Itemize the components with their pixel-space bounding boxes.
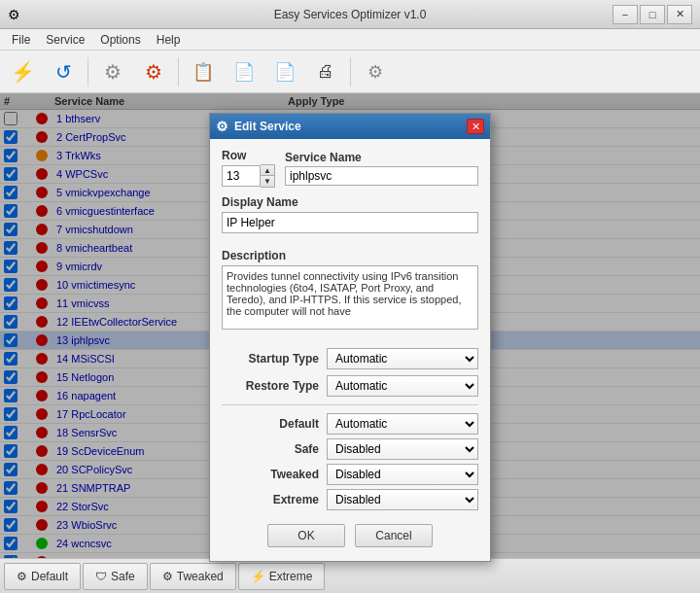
display-name-label: Display Name	[222, 195, 478, 209]
settings-button[interactable]: ⚙	[94, 53, 131, 90]
display-name-section: Display Name	[222, 195, 478, 241]
row-number-input[interactable]	[222, 165, 261, 187]
restore-type-select[interactable]: Automatic Manual Disabled	[327, 375, 478, 397]
menu-bar: File Service Options Help	[0, 29, 700, 51]
row-service-row: Row ▲ ▼ Service Name	[222, 149, 478, 188]
menu-file[interactable]: File	[4, 31, 38, 49]
spin-up-button[interactable]: ▲	[261, 165, 274, 176]
doc1-button[interactable]: 📄	[226, 53, 262, 90]
dialog-title: Edit Service	[234, 120, 301, 133]
dialog-buttons: OK Cancel	[222, 518, 478, 551]
service-name-label: Service Name	[285, 151, 478, 164]
app-title: Easy Services Optimizer v1.0	[0, 8, 700, 21]
default-status-btn[interactable]: ⚙ Default	[4, 563, 81, 590]
description-textarea[interactable]: Provides tunnel connectivity using IPv6 …	[222, 265, 478, 330]
safe-status-btn[interactable]: 🛡 Safe	[83, 563, 148, 590]
safe-preset-select[interactable]: Disabled Manual Automatic	[327, 438, 478, 460]
dialog-title-bar: ⚙ Edit Service ✕	[210, 114, 490, 139]
safe-status-label: Safe	[111, 570, 135, 583]
lightning-icon: ⚡	[11, 60, 35, 84]
description-label: Description	[222, 249, 478, 262]
doc2-icon: 📄	[274, 61, 296, 83]
app-icon: ⚙	[8, 7, 20, 22]
refresh-icon: ↺	[55, 60, 72, 84]
tools-icon: ⚙	[145, 60, 162, 84]
tweaked-preset-select[interactable]: Disabled Manual Automatic	[327, 464, 478, 485]
extreme-status-btn[interactable]: ⚡ Extreme	[238, 563, 326, 590]
extreme-preset-label: Extreme	[222, 493, 319, 506]
dialog-icon: ⚙	[216, 119, 228, 134]
restore-type-label: Restore Type	[222, 379, 319, 393]
print-icon: 🖨	[317, 61, 334, 82]
default-preset-label: Default	[222, 417, 319, 431]
title-bar-controls: − □ ✕	[612, 5, 692, 24]
startup-type-label: Startup Type	[222, 352, 319, 366]
cancel-button[interactable]: Cancel	[355, 524, 433, 547]
gear-icon: ⚙	[104, 60, 122, 84]
dialog-overlay: ⚙ Edit Service ✕ Row ▲ ▼	[0, 93, 700, 558]
tools-button[interactable]: ⚙	[135, 53, 172, 90]
config-icon: ⚙	[368, 61, 383, 83]
menu-help[interactable]: Help	[149, 31, 189, 49]
default-status-label: Default	[31, 570, 68, 583]
list-button[interactable]: 📋	[185, 53, 222, 90]
list-icon: 📋	[192, 61, 214, 83]
tweaked-status-icon: ⚙	[162, 570, 173, 583]
maximize-button[interactable]: □	[640, 5, 665, 24]
tweaked-status-label: Tweaked	[177, 570, 224, 583]
row-label: Row	[222, 149, 275, 162]
toolbar-sep-2	[178, 57, 179, 87]
startup-type-row: Startup Type Automatic Manual Disabled A…	[222, 348, 478, 369]
menu-service[interactable]: Service	[38, 31, 92, 49]
safe-preset-label: Safe	[222, 442, 319, 456]
menu-options[interactable]: Options	[92, 31, 148, 49]
tweaked-status-btn[interactable]: ⚙ Tweaked	[150, 563, 236, 590]
preset-grid: Default Automatic Manual Disabled Safe D…	[222, 413, 478, 510]
doc2-button[interactable]: 📄	[266, 53, 303, 90]
toolbar: ⚡ ↺ ⚙ ⚙ 📋 📄 📄 🖨 ⚙	[0, 51, 700, 93]
dialog-content: Row ▲ ▼ Service Name	[210, 139, 490, 561]
restore-type-row: Restore Type Automatic Manual Disabled	[222, 375, 478, 397]
toolbar-sep-3	[350, 57, 351, 87]
safe-status-icon: 🛡	[95, 570, 107, 583]
minimize-button[interactable]: −	[612, 5, 638, 24]
dialog-separator	[222, 404, 478, 405]
row-input-group: ▲ ▼	[222, 164, 275, 188]
default-preset-select[interactable]: Automatic Manual Disabled	[327, 413, 478, 435]
status-bar: ⚙ Default 🛡 Safe ⚙ Tweaked ⚡ Extreme	[0, 558, 700, 593]
toolbar-sep-1	[88, 57, 88, 87]
extreme-status-icon: ⚡	[251, 570, 265, 583]
ok-button[interactable]: OK	[267, 524, 345, 547]
edit-service-dialog: ⚙ Edit Service ✕ Row ▲ ▼	[209, 113, 491, 562]
optimize-button[interactable]: ⚡	[4, 53, 41, 90]
refresh-button[interactable]: ↺	[45, 53, 82, 90]
service-name-input[interactable]	[285, 166, 478, 186]
extreme-status-label: Extreme	[269, 570, 313, 583]
config-button[interactable]: ⚙	[357, 53, 394, 90]
description-section: Description Provides tunnel connectivity…	[222, 249, 478, 340]
main-content: # Service Name Apply Type 1 bthserv isab…	[0, 93, 700, 558]
title-bar: ⚙ Easy Services Optimizer v1.0 − □ ✕	[0, 0, 700, 29]
spinner-buttons: ▲ ▼	[261, 164, 275, 188]
spin-down-button[interactable]: ▼	[261, 176, 274, 187]
default-status-icon: ⚙	[17, 570, 27, 583]
display-name-input[interactable]	[222, 212, 478, 233]
tweaked-preset-label: Tweaked	[222, 468, 319, 481]
print-button[interactable]: 🖨	[307, 53, 344, 90]
extreme-preset-select[interactable]: Disabled Manual Automatic	[327, 489, 478, 510]
doc1-icon: 📄	[233, 61, 255, 83]
close-button[interactable]: ✕	[667, 5, 692, 24]
title-bar-left: ⚙	[8, 7, 20, 22]
dialog-close-button[interactable]: ✕	[467, 119, 484, 134]
startup-type-select[interactable]: Automatic Manual Disabled Automatic (Del…	[327, 348, 478, 369]
